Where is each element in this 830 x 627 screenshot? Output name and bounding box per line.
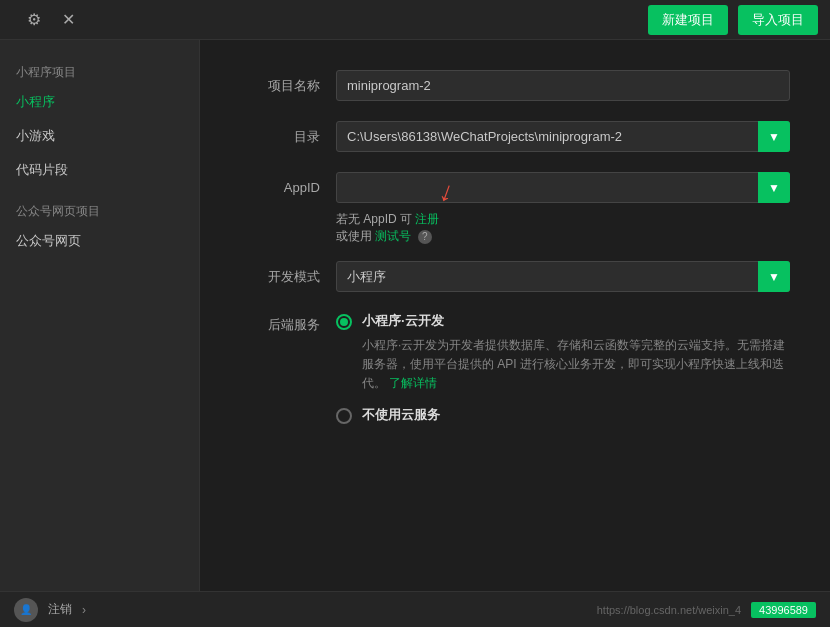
project-name-label: 项目名称 [240, 77, 320, 95]
bottom-right: https://blog.csdn.net/weixin_4 43996589 [597, 602, 816, 618]
directory-label: 目录 [240, 128, 320, 146]
project-name-row: 项目名称 [240, 70, 790, 101]
sidebar: 小程序项目 小程序 小游戏 代码片段 公众号网页项目 公众号网页 [0, 40, 200, 591]
backend-options: 小程序·云开发 小程序·云开发为开发者提供数据库、存储和云函数等完整的云端支持。… [336, 312, 790, 442]
top-bar: ⚙ ✕ 新建项目 导入项目 [0, 0, 830, 40]
sidebar-item-official-account[interactable]: 公众号网页 [0, 224, 199, 258]
radio-cloud-content: 小程序·云开发 小程序·云开发为开发者提供数据库、存储和云函数等完整的云端支持。… [362, 312, 790, 394]
dev-mode-wrapper: ▼ [336, 261, 790, 292]
logout-link[interactable]: 注销 [48, 601, 72, 618]
appid-test-link[interactable]: 测试号 [375, 229, 411, 243]
new-project-button[interactable]: 新建项目 [648, 5, 728, 35]
dev-mode-row: 开发模式 ▼ [240, 261, 790, 292]
directory-row: 目录 ▼ [240, 121, 790, 152]
dev-mode-input[interactable] [336, 261, 790, 292]
backend-label: 后端服务 [240, 312, 320, 334]
question-icon: ? [418, 230, 432, 244]
backend-option-cloud[interactable]: 小程序·云开发 小程序·云开发为开发者提供数据库、存储和云函数等完整的云端支持。… [336, 312, 790, 394]
appid-register-link[interactable]: 注册 [415, 212, 439, 226]
cloud-learn-more-link[interactable]: 了解详情 [389, 376, 437, 390]
top-bar-icons: ⚙ ✕ [22, 8, 80, 32]
sidebar-section-official: 公众号网页项目 [0, 187, 199, 224]
appid-hint-text2: 或使用 [336, 229, 375, 243]
import-project-button[interactable]: 导入项目 [738, 5, 818, 35]
bottom-left: 👤 注销 › [14, 598, 86, 622]
directory-input[interactable] [336, 121, 790, 152]
appid-hint: 若无 AppID 可 注册 或使用 测试号 ? [336, 211, 790, 245]
radio-cloud-dot[interactable] [336, 314, 352, 330]
radio-no-cloud-content: 不使用云服务 [362, 406, 790, 430]
appid-label: AppID [240, 180, 320, 195]
sidebar-item-code-snippet[interactable]: 代码片段 [0, 153, 199, 187]
sidebar-item-minigame[interactable]: 小游戏 [0, 119, 199, 153]
radio-cloud-desc: 小程序·云开发为开发者提供数据库、存储和云函数等完整的云端支持。无需搭建服务器，… [362, 336, 790, 394]
appid-input[interactable] [336, 172, 790, 203]
main-layout: 小程序项目 小程序 小游戏 代码片段 公众号网页项目 公众号网页 项目名称 目录… [0, 40, 830, 591]
radio-no-cloud-title: 不使用云服务 [362, 406, 790, 424]
content-area: 项目名称 目录 ▼ AppID ▼ ↓ 若无 AppI [200, 40, 830, 591]
directory-wrapper: ▼ [336, 121, 790, 152]
appid-dropdown-arrow[interactable]: ▼ [758, 172, 790, 203]
close-icon[interactable]: ✕ [56, 8, 80, 32]
logout-chevron: › [82, 603, 86, 617]
appid-section: AppID ▼ ↓ 若无 AppID 可 注册 或使用 测试号 ? [240, 172, 790, 245]
status-url: https://blog.csdn.net/weixin_4 [597, 604, 741, 616]
settings-icon[interactable]: ⚙ [22, 8, 46, 32]
appid-row: AppID ▼ [240, 172, 790, 203]
radio-cloud-title: 小程序·云开发 [362, 312, 790, 330]
dev-mode-dropdown-arrow[interactable]: ▼ [758, 261, 790, 292]
backend-row: 后端服务 小程序·云开发 小程序·云开发为开发者提供数据库、存储和云函数等完整的… [240, 312, 790, 442]
backend-option-no-cloud[interactable]: 不使用云服务 [336, 406, 790, 430]
appid-hint-text1: 若无 AppID 可 [336, 212, 415, 226]
sidebar-item-miniprogram[interactable]: 小程序 [0, 85, 199, 119]
watermark-badge: 43996589 [751, 602, 816, 618]
avatar: 👤 [14, 598, 38, 622]
appid-wrapper: ▼ [336, 172, 790, 203]
dev-mode-label: 开发模式 [240, 268, 320, 286]
project-name-input[interactable] [336, 70, 790, 101]
bottom-bar: 👤 注销 › https://blog.csdn.net/weixin_4 43… [0, 591, 830, 627]
directory-dropdown-arrow[interactable]: ▼ [758, 121, 790, 152]
radio-no-cloud-dot[interactable] [336, 408, 352, 424]
sidebar-section-miniprogram: 小程序项目 [0, 56, 199, 85]
